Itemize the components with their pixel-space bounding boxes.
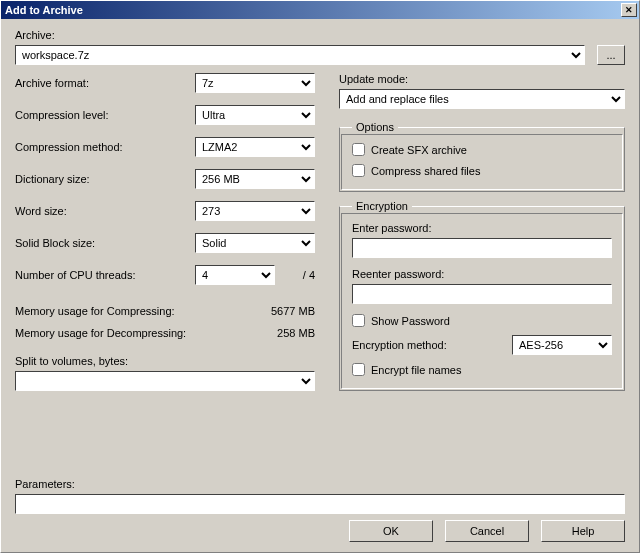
method-label: Compression method: (15, 141, 165, 153)
level-label: Compression level: (15, 109, 165, 121)
encryption-group: Encryption Enter password: Reenter passw… (339, 200, 625, 391)
enc-method-select[interactable]: AES-256 (512, 335, 612, 355)
sfx-checkbox[interactable] (352, 143, 365, 156)
archive-label: Archive: (15, 29, 625, 41)
params-label: Parameters: (15, 478, 625, 490)
format-select[interactable]: 7z (195, 73, 315, 93)
options-group: Options Create SFX archive Compress shar… (339, 121, 625, 192)
encrypt-names-label: Encrypt file names (371, 364, 461, 376)
split-input[interactable] (15, 371, 315, 391)
memcomp-value: 5677 MB (271, 305, 315, 317)
memcomp-label: Memory usage for Compressing: (15, 305, 175, 317)
enc-method-label: Encryption method: (352, 339, 447, 351)
memdecomp-value: 258 MB (277, 327, 315, 339)
dialog-window: Add to Archive ✕ Archive: workspace.7z .… (0, 0, 640, 553)
threads-max: / 4 (279, 269, 315, 281)
shared-checkbox[interactable] (352, 164, 365, 177)
word-select[interactable]: 273 (195, 201, 315, 221)
dict-label: Dictionary size: (15, 173, 165, 185)
browse-button[interactable]: ... (597, 45, 625, 65)
show-password-checkbox[interactable] (352, 314, 365, 327)
enter-password-label: Enter password: (352, 222, 612, 234)
threads-label: Number of CPU threads: (15, 269, 165, 281)
dict-select[interactable]: 256 MB (195, 169, 315, 189)
reenter-password-input[interactable] (352, 284, 612, 304)
level-select[interactable]: Ultra (195, 105, 315, 125)
shared-label: Compress shared files (371, 165, 480, 177)
split-label: Split to volumes, bytes: (15, 355, 315, 367)
update-select[interactable]: Add and replace files (339, 89, 625, 109)
help-button[interactable]: Help (541, 520, 625, 542)
params-input[interactable] (15, 494, 625, 514)
encryption-legend: Encryption (352, 200, 412, 212)
format-label: Archive format: (15, 77, 165, 89)
window-title: Add to Archive (5, 4, 83, 16)
memdecomp-label: Memory usage for Decompressing: (15, 327, 186, 339)
close-icon[interactable]: ✕ (621, 3, 637, 17)
reenter-password-label: Reenter password: (352, 268, 612, 280)
password-input[interactable] (352, 238, 612, 258)
encrypt-names-checkbox[interactable] (352, 363, 365, 376)
ok-button[interactable]: OK (349, 520, 433, 542)
threads-select[interactable]: 4 (195, 265, 275, 285)
titlebar: Add to Archive ✕ (1, 1, 639, 19)
word-label: Word size: (15, 205, 165, 217)
options-legend: Options (352, 121, 398, 133)
cancel-button[interactable]: Cancel (445, 520, 529, 542)
solid-select[interactable]: Solid (195, 233, 315, 253)
method-select[interactable]: LZMA2 (195, 137, 315, 157)
solid-label: Solid Block size: (15, 237, 165, 249)
sfx-label: Create SFX archive (371, 144, 467, 156)
show-password-label: Show Password (371, 315, 450, 327)
update-label: Update mode: (339, 73, 625, 85)
archive-input[interactable]: workspace.7z (15, 45, 585, 65)
